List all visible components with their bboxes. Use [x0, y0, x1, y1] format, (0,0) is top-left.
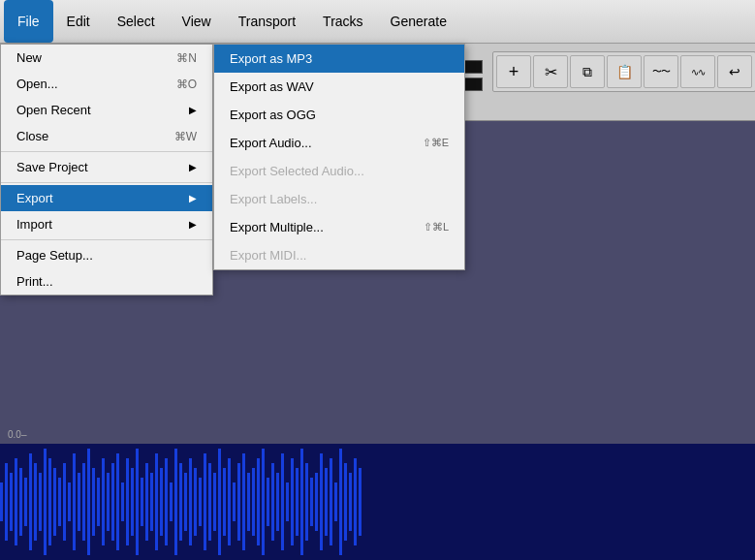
menu-item-open[interactable]: Open... ⌘O [1, 71, 212, 97]
menu-generate[interactable]: Generate [377, 0, 460, 43]
svg-rect-43 [204, 453, 206, 550]
svg-rect-64 [305, 463, 308, 541]
svg-rect-40 [189, 458, 192, 545]
wave1-btn[interactable]: 〜〜 [644, 55, 678, 88]
tools-section-3: + ✂ ⧉ 📋 〜〜 ∿∿ ↩ [492, 51, 755, 92]
menu-edit[interactable]: Edit [53, 0, 104, 43]
svg-rect-42 [199, 478, 202, 526]
submenu-item-export-ogg[interactable]: Export as OGG [214, 101, 464, 129]
svg-rect-12 [53, 468, 56, 536]
svg-rect-71 [339, 449, 342, 555]
submenu-item-export-mp3[interactable]: Export as MP3 [214, 45, 464, 73]
svg-rect-57 [271, 463, 274, 541]
svg-rect-3 [10, 473, 13, 531]
svg-rect-60 [286, 482, 289, 521]
svg-rect-44 [208, 463, 211, 541]
svg-rect-72 [344, 463, 347, 541]
svg-rect-18 [82, 463, 85, 541]
waveform-display [0, 444, 755, 560]
svg-rect-75 [359, 468, 362, 536]
svg-rect-74 [354, 458, 357, 545]
menu-item-new[interactable]: New ⌘N [1, 45, 212, 71]
svg-rect-49 [233, 482, 236, 521]
svg-rect-66 [315, 473, 318, 531]
svg-rect-26 [121, 482, 124, 521]
menu-transport[interactable]: Transport [225, 0, 309, 43]
svg-rect-28 [131, 468, 134, 536]
submenu-item-export-midi: Export MIDI... [214, 241, 464, 269]
svg-rect-6 [24, 478, 27, 526]
svg-rect-68 [325, 468, 328, 536]
svg-rect-52 [247, 473, 250, 531]
menu-select[interactable]: Select [104, 0, 169, 43]
menu-item-close[interactable]: Close ⌘W [1, 123, 212, 149]
separator-2 [1, 182, 212, 183]
svg-rect-48 [228, 458, 231, 545]
svg-rect-32 [150, 473, 153, 531]
track-labels: 0.0– [0, 425, 755, 444]
svg-rect-38 [179, 463, 182, 541]
menu-file[interactable]: File [4, 0, 53, 43]
svg-rect-20 [92, 468, 95, 536]
svg-rect-31 [145, 463, 148, 541]
submenu-arrow-save: ▶ [189, 162, 197, 172]
svg-rect-53 [252, 468, 255, 536]
svg-rect-8 [34, 463, 37, 541]
submenu-item-export-audio[interactable]: Export Audio... ⇧⌘E [214, 129, 464, 157]
paste-btn[interactable]: 📋 [607, 55, 642, 88]
svg-rect-21 [97, 478, 100, 526]
svg-rect-7 [29, 453, 32, 550]
submenu-item-export-multiple[interactable]: Export Multiple... ⇧⌘L [214, 213, 464, 241]
menu-item-save-project[interactable]: Save Project ▶ [1, 154, 212, 180]
svg-rect-69 [330, 458, 332, 545]
menu-item-open-recent[interactable]: Open Recent ▶ [1, 97, 212, 123]
svg-rect-22 [102, 458, 105, 545]
plus-btn[interactable]: + [496, 55, 531, 88]
svg-rect-62 [296, 468, 299, 536]
svg-rect-13 [58, 478, 61, 526]
svg-rect-54 [257, 458, 260, 545]
svg-rect-15 [68, 482, 71, 521]
menu-tracks[interactable]: Tracks [309, 0, 376, 43]
svg-rect-46 [218, 449, 221, 555]
svg-rect-2 [5, 463, 8, 541]
svg-rect-5 [19, 468, 22, 536]
svg-rect-55 [262, 449, 265, 555]
svg-rect-36 [170, 482, 173, 521]
svg-rect-1 [0, 482, 3, 521]
svg-rect-41 [194, 468, 197, 536]
undo-btn[interactable]: ↩ [717, 55, 752, 88]
svg-rect-67 [320, 453, 323, 550]
wave2-btn[interactable]: ∿∿ [680, 55, 715, 88]
submenu-arrow-import: ▶ [189, 219, 197, 230]
svg-rect-58 [276, 473, 279, 531]
menu-view[interactable]: View [169, 0, 225, 43]
svg-rect-29 [136, 449, 139, 555]
svg-rect-27 [126, 458, 129, 545]
submenu-item-export-wav[interactable]: Export as WAV [214, 73, 464, 101]
svg-rect-39 [184, 473, 187, 531]
menu-item-page-setup[interactable]: Page Setup... [1, 242, 212, 268]
copy-btn[interactable]: ⧉ [570, 55, 605, 88]
svg-rect-24 [111, 463, 114, 541]
svg-rect-73 [349, 473, 352, 531]
svg-rect-19 [87, 449, 90, 555]
svg-rect-14 [63, 463, 66, 541]
menu-item-export[interactable]: Export ▶ [1, 185, 212, 211]
menu-bar: File Edit Select View Transport Tracks G… [0, 0, 755, 44]
svg-rect-11 [48, 458, 51, 545]
svg-rect-16 [73, 453, 76, 550]
svg-rect-34 [160, 468, 163, 536]
separator-3 [1, 239, 212, 240]
svg-rect-56 [267, 478, 269, 526]
svg-rect-9 [39, 473, 42, 531]
menu-item-import[interactable]: Import ▶ [1, 211, 212, 237]
svg-rect-17 [78, 473, 80, 531]
menu-item-print[interactable]: Print... [1, 268, 212, 295]
scissors-btn[interactable]: ✂ [533, 55, 568, 88]
svg-rect-45 [213, 473, 216, 531]
svg-rect-50 [237, 463, 240, 541]
svg-rect-4 [15, 458, 17, 545]
svg-rect-61 [291, 458, 294, 545]
submenu-item-export-labels: Export Labels... [214, 185, 464, 213]
